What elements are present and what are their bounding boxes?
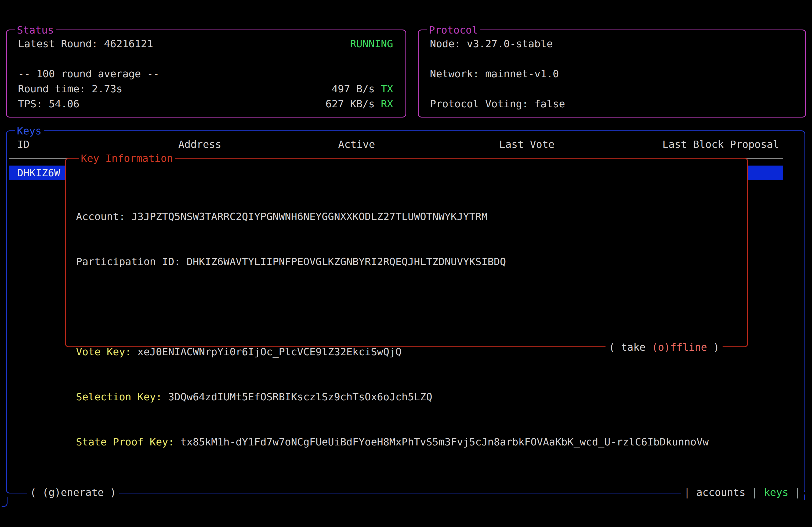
keys-panel-title: Keys — [15, 123, 44, 138]
terminal-screen: Status Latest Round: 46216121 RUNNING --… — [0, 0, 812, 527]
take-offline-button[interactable]: ( take (o)ffline ) — [606, 340, 723, 355]
vote-first-valid-line: Vote First Valid: 46200210 — [76, 525, 742, 527]
column-header-active: Active — [338, 137, 375, 152]
generate-button[interactable]: ( (g)enerate ) — [27, 485, 119, 500]
round-average-header: -- 100 round average -- — [18, 66, 159, 81]
column-header-last-vote: Last Vote — [499, 137, 554, 152]
rx-label: RX — [381, 98, 393, 110]
tab-bar: | accounts | keys | — [681, 485, 804, 500]
column-header-address: Address — [178, 137, 221, 152]
key-information-title: Key Information — [79, 151, 175, 166]
state-proof-key-line: State Proof Key: tx85kM1h-dY1Fd7w7oNCgFU… — [76, 434, 742, 450]
tab-keys[interactable]: keys — [764, 486, 789, 498]
protocol-panel-title: Protocol — [427, 22, 480, 37]
account-line: Account: J3JPZTQ5NSW3TARRC2QIYPGNWNH6NEY… — [76, 209, 742, 224]
tab-accounts[interactable]: accounts — [696, 486, 745, 498]
network: Network: mainnet-v1.0 — [430, 66, 559, 81]
node-version: Node: v3.27.0-stable — [430, 36, 553, 51]
status-panel: Status Latest Round: 46216121 RUNNING --… — [6, 30, 406, 118]
node-state-badge: RUNNING — [350, 36, 393, 51]
selected-row-id: DHKIZ6W — [17, 167, 60, 179]
column-header-id: ID — [17, 137, 30, 152]
border-fragment-bottom-left — [2, 497, 8, 507]
status-panel-title: Status — [15, 22, 56, 37]
latest-round: Latest Round: 46216121 — [18, 36, 153, 51]
selection-key-line: Selection Key: 3DQw64zdIUMt5EfOSRBIKsczl… — [76, 389, 742, 404]
tx-rate: 497 B/s TX — [332, 81, 393, 96]
participation-id-line: Participation ID: DHKIZ6WAVTYLIIPNFPEOVG… — [76, 254, 742, 269]
key-information-modal: Key Information Account: J3JPZTQ5NSW3TAR… — [65, 158, 748, 347]
protocol-voting: Protocol Voting: false — [430, 96, 565, 111]
tx-label: TX — [381, 83, 393, 95]
column-header-last-block-proposal: Last Block Proposal — [663, 137, 779, 152]
protocol-panel: Protocol Node: v3.27.0-stable Network: m… — [418, 30, 806, 118]
tps: TPS: 54.06 — [18, 96, 79, 111]
round-time: Round time: 2.73s — [18, 81, 122, 96]
rx-rate: 627 KB/s RX — [325, 96, 393, 111]
